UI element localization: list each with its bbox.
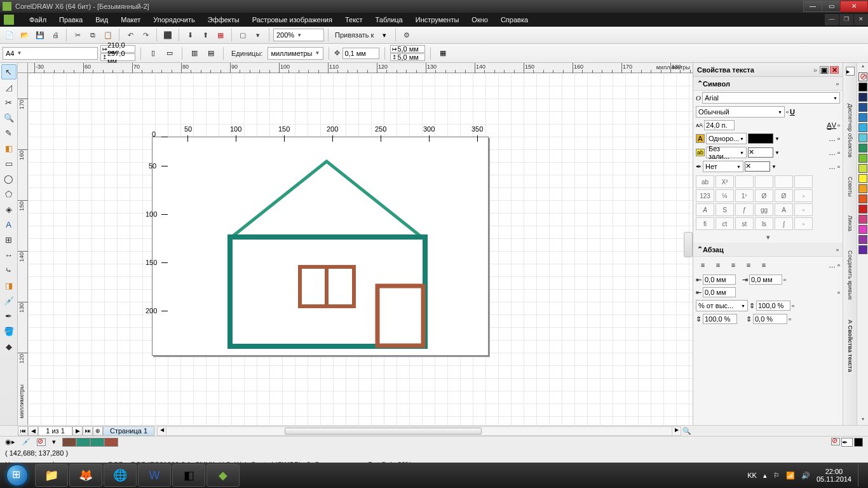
align-justify-button[interactable]: ≡ [757,258,771,272]
docker-section-paragraph[interactable]: ⌃ Абзац▫ [693,243,843,257]
palette-swatch[interactable] [858,83,867,92]
before-spacing-field[interactable]: 100,0 % [703,314,737,324]
ligatures-button[interactable]: fi [696,217,714,230]
paste-button[interactable]: 📋 [101,28,115,42]
last-page-button[interactable]: ⏭ [83,426,93,436]
publish-pdf-button[interactable]: ▦ [214,28,227,42]
basic-shapes-tool[interactable]: ◈ [1,201,17,217]
zoom-combo[interactable]: 200%▼ [273,29,324,41]
outline-color-swatch[interactable]: ✕ [745,161,770,172]
first-line-indent-field[interactable]: 0,0 мм [703,274,736,285]
font-style-combo[interactable]: Обычный▼ [696,106,785,118]
print-button[interactable]: 🖨 [48,28,62,42]
tab-hints[interactable]: Советы [847,177,853,196]
add-page-button[interactable]: ⊕ [93,426,103,436]
palette-swatch[interactable] [858,93,867,102]
page-tab[interactable]: Страница 1 [103,426,154,436]
palette-swatch[interactable] [858,215,867,224]
new-button[interactable]: 📄 [3,28,17,42]
freehand-tool[interactable]: ✎ [1,125,17,140]
font-family-combo[interactable]: Arial▼ [702,92,840,104]
after-spacing-field[interactable]: 0,0 % [753,314,787,324]
pick-tool[interactable]: ↖ [1,64,17,79]
import-button[interactable]: ⬇ [183,28,197,42]
strikethrough-button[interactable]: ab [696,175,714,188]
hscroll-right-button[interactable]: ▶ [672,427,681,435]
connector-tool[interactable]: ⤷ [1,262,17,278]
mdi-close-button[interactable]: ✕ [854,14,868,25]
fill-none-indicator[interactable]: ⊘ [831,438,840,445]
palette-swatch[interactable] [858,113,867,122]
taskbar-firefox[interactable]: 🦊 [69,464,102,487]
taskbar-word[interactable]: W [138,464,171,487]
rectangle-tool[interactable]: ▭ [1,156,17,171]
docker-expand-button[interactable]: ▣ [820,66,829,74]
first-page-button[interactable]: ⏮ [18,426,28,436]
font-size-field[interactable]: 24,0 п. [704,120,735,130]
canvas-vscroll-thumb[interactable] [684,232,693,257]
network-icon[interactable]: 📶 [786,471,795,480]
ruler-origin[interactable] [18,63,28,73]
nudge-field[interactable]: 0,1 мм [342,48,379,59]
snap-dropdown[interactable]: ▾ [377,28,391,42]
taskbar-app[interactable]: ◧ [172,464,205,487]
menu-tools[interactable]: Инструменты [409,13,466,27]
bg-color-swatch[interactable]: ✕ [748,147,773,158]
outline-combo[interactable]: Нет▼ [703,161,743,172]
zoom-tool[interactable]: 🔍 [1,110,17,125]
line-spacing-field[interactable]: 100,0 % [756,301,790,311]
dimension-tool[interactable]: ↔ [1,247,17,262]
palette-swatch[interactable] [858,235,867,244]
record-button[interactable]: ◉▸ [5,438,15,446]
palette-swatch[interactable] [858,133,867,142]
hscroll-left-button[interactable]: ◀ [158,427,166,435]
window-close-button[interactable]: ✕ [840,1,868,12]
app-menu-icon[interactable] [4,15,14,25]
table-tool[interactable]: ⊞ [1,232,17,247]
next-page-button[interactable]: ▶ [72,426,83,436]
landscape-button[interactable]: ▭ [163,46,177,60]
numeric-button[interactable]: 123 [696,189,714,202]
recent-color-swatch[interactable] [104,438,118,447]
fill-color-swatch[interactable] [748,133,773,144]
palette-swatch[interactable] [858,174,867,183]
taskbar-clock[interactable]: 22:00 05.11.2014 [817,468,851,483]
interactive-tool[interactable]: ◨ [1,278,17,293]
palette-swatch[interactable] [858,123,867,132]
palette-swatch[interactable] [858,154,867,163]
recent-color-swatch[interactable] [76,438,90,447]
palette-swatch[interactable] [858,245,867,254]
taskbar-explorer[interactable]: 📁 [35,464,68,487]
palette-swatch[interactable] [858,205,867,214]
page-size-combo[interactable]: A4▼ [3,47,98,60]
smart-fill-tool[interactable]: ◧ [1,140,17,156]
menu-file[interactable]: Файл [23,13,53,27]
polygon-tool[interactable]: ⬠ [1,186,17,201]
docker-section-symbol[interactable]: ⌃ Символ▫ [693,77,843,91]
action-center-icon[interactable]: ⚐ [773,471,780,480]
undo-button[interactable]: ↶ [123,28,137,42]
shape-tool[interactable]: ◿ [1,79,17,95]
no-fill-swatch[interactable]: ⊘ [858,72,867,81]
fill-type-combo[interactable]: Одноро...▼ [706,133,747,144]
prev-page-button[interactable]: ◀ [28,426,38,436]
save-button[interactable]: 💾 [33,28,47,42]
tab-object-manager[interactable]: Диспетчер объектов [847,104,853,158]
outline-indicator[interactable]: ✒ [841,438,853,447]
window-maximize-button[interactable]: ▭ [822,1,841,12]
volume-icon[interactable]: 🔊 [801,471,810,480]
horizontal-ruler[interactable]: миллиметры -3060708090100110120130140150… [28,63,693,73]
palette-swatch[interactable] [858,103,867,112]
menu-bitmaps[interactable]: Растровые изображения [246,13,339,27]
options-button[interactable]: ⚙ [400,28,414,42]
mdi-minimize-button[interactable]: — [825,14,839,25]
mdi-restore-button[interactable]: ❐ [839,14,853,25]
all-pages-button[interactable]: ▥ [187,46,201,60]
expand-arrow[interactable]: ▾ [693,232,843,243]
menu-help[interactable]: Справка [494,13,534,27]
kerning-button[interactable]: A̲V [827,121,836,130]
docker-close-button[interactable]: ✕ [830,66,839,74]
page-height-field[interactable]: ↥ 297,0 мм [100,53,135,61]
align-none-button[interactable]: ≡ [696,258,710,272]
menu-window[interactable]: Окно [465,13,494,27]
